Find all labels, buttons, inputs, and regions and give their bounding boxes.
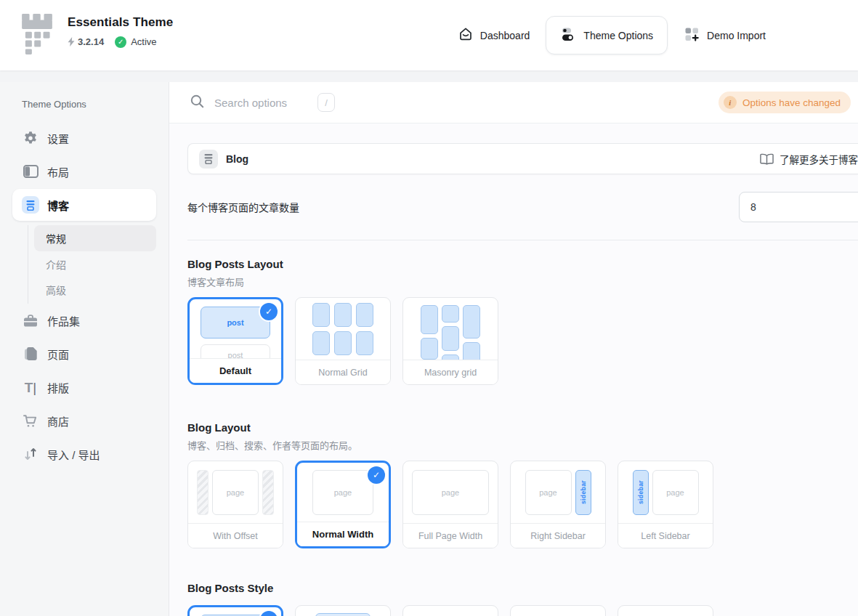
page-preview-box: page (412, 470, 489, 515)
sidebar-item-label: 作品集 (47, 313, 80, 328)
blog-panel-header: Blog 了解更多关于博客 (187, 143, 858, 174)
gear-icon (22, 131, 39, 145)
section-blog-layout: Blog Layout 博客、归档、搜索、作者等页面的布局。 page With… (187, 385, 858, 548)
brand: Essentials Theme 3.2.14 ✓ Active (0, 14, 173, 57)
cart-icon (22, 414, 39, 428)
brand-meta: 3.2.14 ✓ Active (68, 36, 173, 48)
option-preview: page sidebar (511, 461, 605, 523)
sidebar-preview-strip: sidebar (575, 470, 591, 515)
section-title: Blog Posts Style (187, 582, 858, 594)
options-changed-badge: i Options have changed (719, 92, 851, 113)
search-input[interactable] (213, 96, 310, 110)
sidebar-preview-strip: sidebar (633, 470, 649, 515)
option-card-left-sidebar[interactable]: sidebar page Left Sidebar (618, 461, 713, 548)
option-card-masonry-grid[interactable]: Masonry grid (402, 297, 498, 385)
search-bar: / i Options have changed (169, 82, 858, 123)
nav-demo-import[interactable]: Demo Import (678, 26, 772, 44)
submenu-item-advanced[interactable]: 高级 (34, 277, 156, 302)
option-preview: page (403, 461, 498, 523)
sidebar-item-pages[interactable]: 页面 (0, 337, 169, 370)
style-option-card-3[interactable] (402, 605, 498, 616)
sidebar-item-label: 商店 (47, 413, 69, 429)
info-icon: i (724, 96, 737, 109)
option-preview: page (188, 461, 283, 523)
theme-logo-icon (20, 14, 54, 57)
app-header: Essentials Theme 3.2.14 ✓ Active (0, 0, 858, 70)
grid-plus-icon (684, 26, 700, 44)
style-option-card-4[interactable] (510, 605, 606, 616)
nav-theme-options[interactable]: Theme Options (546, 16, 668, 54)
sidebar-item-label: 导入 / 导出 (47, 447, 100, 462)
sidebar-item-blog[interactable]: 博客 (12, 189, 156, 221)
option-card-with-offset[interactable]: page With Offset (187, 461, 283, 548)
toggles-icon (560, 26, 576, 44)
app-window: Essentials Theme 3.2.14 ✓ Active (0, 0, 858, 616)
blog-section-icon (199, 150, 218, 169)
sidebar-item-portfolio[interactable]: 作品集 (0, 304, 169, 337)
page-preview-box: page (312, 470, 373, 515)
book-icon (760, 153, 774, 165)
option-label: Masonry grid (403, 360, 498, 384)
style-option-card-5[interactable] (618, 605, 713, 616)
header-nav: Dashboard Theme Options (453, 0, 772, 70)
submenu-item-general[interactable]: 常规 (34, 225, 156, 251)
page-title: Essentials Theme (68, 15, 173, 30)
option-card-normal-grid[interactable]: Normal Grid (295, 297, 391, 385)
posts-per-page-input[interactable] (739, 192, 858, 222)
option-card-default[interactable]: ✓ post post Default (187, 297, 283, 385)
sidebar-item-label: 设置 (47, 131, 69, 146)
main-panel: / i Options have changed Blog (169, 82, 858, 616)
body-region: Theme Options 设置 (0, 82, 858, 616)
option-label: Normal Grid (296, 360, 390, 384)
page-preview-box: page (212, 470, 259, 515)
sidebar-item-typography[interactable]: T| 排版 (0, 370, 169, 404)
blog-icon (22, 196, 39, 214)
panel-title: Blog (226, 153, 248, 165)
option-preview (296, 606, 390, 616)
option-label: Full Page Width (403, 523, 498, 548)
learn-more-link[interactable]: 了解更多关于博客 (760, 152, 858, 166)
offset-hatch (262, 470, 274, 515)
briefcase-icon (22, 314, 39, 328)
sidebar-item-label: 排版 (47, 380, 69, 395)
section-subtitle: 博客文章布局 (187, 275, 858, 288)
sidebar-item-import-export[interactable]: 导入 / 导出 (0, 437, 169, 471)
sidebar-item-label: 页面 (47, 346, 69, 362)
page-preview-box: page (652, 470, 699, 515)
blog-submenu: 常规 介绍 高级 (28, 225, 156, 304)
status-badge: ✓ Active (115, 36, 156, 48)
option-card-right-sidebar[interactable]: page sidebar Right Sidebar (510, 461, 606, 548)
nav-label: Demo Import (707, 30, 766, 41)
section-blog-posts-style: Blog Posts Style ✓ (187, 548, 858, 616)
option-label: Default (190, 358, 281, 383)
option-preview (403, 606, 498, 616)
option-preview (296, 298, 390, 360)
slash-shortcut-key: / (317, 93, 335, 112)
nav-dashboard[interactable]: Dashboard (453, 27, 536, 44)
brand-text: Essentials Theme 3.2.14 ✓ Active (68, 14, 173, 48)
sidebar-menu: 设置 布局 (0, 121, 169, 471)
option-preview (511, 606, 605, 616)
selected-check-icon: ✓ (260, 303, 278, 320)
home-icon (458, 27, 473, 44)
sidebar-item-shop[interactable]: 商店 (0, 404, 169, 437)
option-card-normal-width[interactable]: ✓ page Normal Width (295, 461, 391, 548)
page-preview-box: page (525, 470, 572, 515)
section-title: Blog Posts Layout (187, 258, 858, 270)
option-card-full-page-width[interactable]: page Full Page Width (402, 461, 498, 548)
option-cards-row: ✓ post post Default (187, 297, 858, 385)
style-option-card-2[interactable] (295, 605, 391, 616)
sidebar-item-settings[interactable]: 设置 (0, 121, 169, 155)
pages-icon (22, 346, 39, 361)
selected-check-icon: ✓ (368, 466, 385, 484)
option-preview (403, 298, 498, 360)
posts-per-page-row: 每个博客页面的文章数量 (187, 174, 858, 240)
style-option-card-1[interactable]: ✓ (187, 605, 283, 616)
nav-label: Theme Options (583, 30, 653, 41)
import-export-icon (22, 447, 39, 461)
option-cards-row: page With Offset ✓ page (187, 461, 858, 548)
submenu-item-intro[interactable]: 介绍 (34, 251, 156, 277)
sidebar-item-layout[interactable]: 布局 (0, 155, 169, 188)
sidebar-item-label: 布局 (47, 164, 69, 179)
option-preview: sidebar page (618, 461, 713, 523)
